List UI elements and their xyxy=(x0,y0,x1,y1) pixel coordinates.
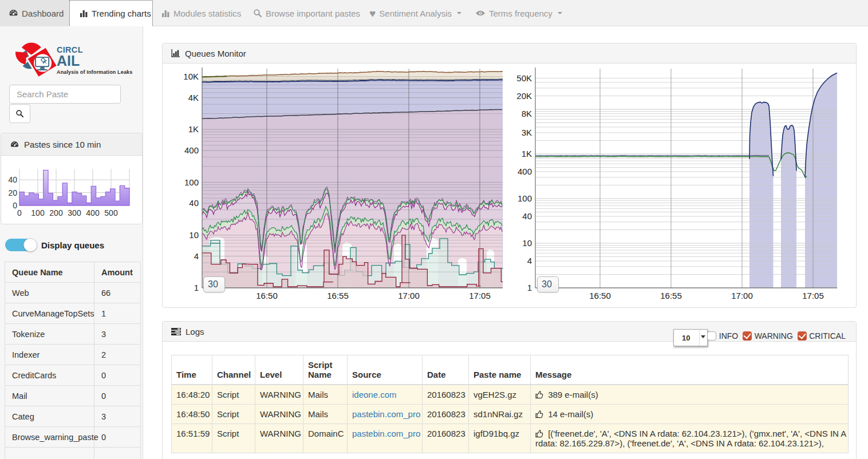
svg-text:40: 40 xyxy=(189,198,199,208)
svg-text:100: 100 xyxy=(518,193,532,203)
svg-text:300: 300 xyxy=(68,208,81,217)
svg-text:40: 40 xyxy=(522,211,532,221)
svg-text:400: 400 xyxy=(184,145,199,155)
svg-text:0: 0 xyxy=(13,201,17,210)
svg-text:16:55: 16:55 xyxy=(327,291,349,300)
svg-text:17:05: 17:05 xyxy=(469,291,491,300)
svg-text:1K: 1K xyxy=(522,149,532,159)
svg-text:17:05: 17:05 xyxy=(802,291,824,300)
svg-text:4: 4 xyxy=(527,256,532,266)
svg-text:4: 4 xyxy=(194,251,199,261)
svg-text:50K: 50K xyxy=(516,73,532,83)
svg-text:3K: 3K xyxy=(522,128,532,137)
svg-text:8K: 8K xyxy=(522,109,532,118)
svg-text:10: 10 xyxy=(522,238,532,248)
svg-text:100: 100 xyxy=(31,208,45,217)
svg-text:17:00: 17:00 xyxy=(731,291,753,300)
svg-text:400: 400 xyxy=(86,208,100,217)
svg-text:40: 40 xyxy=(8,175,17,184)
svg-text:500: 500 xyxy=(104,208,118,217)
svg-text:10K: 10K xyxy=(183,72,199,81)
svg-text:0: 0 xyxy=(17,208,22,217)
svg-text:20K: 20K xyxy=(516,91,532,101)
svg-text:1K: 1K xyxy=(188,124,199,134)
svg-text:200: 200 xyxy=(49,208,63,217)
svg-text:400: 400 xyxy=(518,167,532,176)
svg-text:16:50: 16:50 xyxy=(589,291,611,300)
svg-text:10: 10 xyxy=(189,230,199,240)
svg-text:16:50: 16:50 xyxy=(256,291,278,300)
svg-text:20: 20 xyxy=(8,188,17,197)
svg-text:4K: 4K xyxy=(188,93,199,102)
svg-text:17:00: 17:00 xyxy=(398,291,420,300)
svg-text:1: 1 xyxy=(527,283,532,292)
svg-text:100: 100 xyxy=(184,177,199,187)
svg-text:1: 1 xyxy=(194,283,199,292)
svg-text:16:55: 16:55 xyxy=(660,291,682,300)
